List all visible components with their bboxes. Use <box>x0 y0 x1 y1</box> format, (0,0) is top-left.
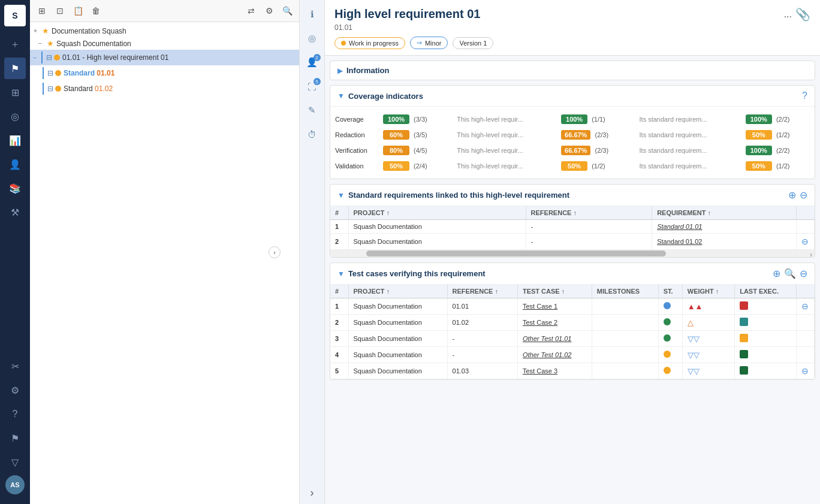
header-left: High level requirement 01 01.01 Work in … <box>334 7 493 49</box>
toolbar-sync-btn[interactable]: ⇄ <box>244 4 258 18</box>
pct-val-coverage-1: (3/3) <box>414 116 427 123</box>
more-actions-btn[interactable]: ... <box>784 9 792 20</box>
tc-action-5[interactable]: ⊖ <box>797 363 815 379</box>
std-req-table-wrapper: # PROJECT ↑ REFERENCE ↑ REQUIREMENT ↑ 1 … <box>330 206 815 257</box>
coverage-desc2: Its standard requirem... <box>635 111 741 127</box>
side-tab-target[interactable]: ◎ <box>303 29 322 48</box>
nav-requirements-icon[interactable]: ⚑ <box>4 58 26 79</box>
std-req-scrollbar[interactable]: › <box>330 250 815 257</box>
test-cases-header[interactable]: ▼ Test cases verifying this requirement … <box>330 263 815 285</box>
toolbar-delete-btn[interactable]: 🗑 <box>89 4 103 18</box>
nav-gear-icon[interactable]: ⚙ <box>4 379 26 401</box>
pct-badge-redaction-2: 66.67% <box>561 130 590 140</box>
tc-case-2[interactable]: Test Case 2 <box>517 315 592 331</box>
nav-users-icon[interactable]: 👤 <box>4 153 26 175</box>
side-collapse-btn[interactable]: › <box>310 487 314 499</box>
tc-remove-btn-1[interactable]: ⊖ <box>801 301 809 311</box>
validation-desc1: This high-level requir... <box>452 158 556 174</box>
attachment-icon[interactable]: 📎 <box>795 7 810 22</box>
toolbar-search-btn[interactable]: 🔍 <box>280 4 294 18</box>
tc-th-project: PROJECT ↑ <box>348 285 447 298</box>
tree-item-doc-squash[interactable]: + ★ Documentation Squash <box>30 25 299 37</box>
nav-dashboard-icon[interactable]: ⊞ <box>4 82 26 103</box>
nav-add-icon[interactable]: ＋ <box>4 34 26 55</box>
nav-tools-icon[interactable]: ⚒ <box>4 201 26 223</box>
side-tab-history[interactable]: ⏱ <box>303 125 322 144</box>
weight-icon-5: ▽▽ <box>688 367 700 376</box>
nav-coverage-icon[interactable]: ◎ <box>4 105 26 127</box>
toolbar-new-doc-btn[interactable]: ⊞ <box>35 4 49 18</box>
nav-scissors-icon[interactable]: ✂ <box>4 355 26 377</box>
tc-action-4 <box>797 347 815 363</box>
information-section-header[interactable]: ▶ Information <box>330 61 815 80</box>
user-avatar[interactable]: AS <box>5 475 25 494</box>
side-tab-info[interactable]: ℹ <box>303 5 322 24</box>
status-badge-minor[interactable]: ⇒ Minor <box>410 37 448 49</box>
tree-line <box>41 52 43 64</box>
tc-th-reference: REFERENCE ↑ <box>447 285 517 298</box>
tc-case-3[interactable]: Other Test 01.01 <box>517 331 592 347</box>
tree-toggle-squash-doc[interactable]: − <box>38 40 47 47</box>
badge-links: 5 <box>313 78 321 85</box>
nav-flag-icon[interactable]: ⚑ <box>4 427 26 449</box>
tc-num-3: 3 <box>330 331 348 347</box>
coverage-section-header[interactable]: ▼ Coverage indicators ? <box>330 86 815 107</box>
tc-milestones-2 <box>592 315 658 331</box>
tc-weight-1: ▲▲ <box>682 298 734 315</box>
std-req-req-2[interactable]: Standard 01.02 <box>652 234 797 250</box>
coverage-pct2-redaction: 66.67% (2/3) <box>556 127 634 143</box>
std-req-action-2[interactable]: ⊖ <box>797 234 815 250</box>
test-cases-search-btn[interactable]: 🔍 <box>784 268 796 279</box>
scroll-right-btn[interactable]: › <box>810 251 812 257</box>
tc-th-weight: WEIGHT ↑ <box>682 285 734 298</box>
std-req-remove-btn[interactable]: ⊖ <box>800 189 807 201</box>
std-requirements-header[interactable]: ▼ Standard requirements linked to this h… <box>330 185 815 206</box>
tc-case-1[interactable]: Test Case 1 <box>517 298 592 315</box>
left-navigation: S ＋ ⚑ ⊞ ◎ 📊 👤 📚 ⚒ ✂ ⚙ ? ⚑ ▽ AS <box>0 0 30 504</box>
main-content: High level requirement 01 01.01 Work in … <box>325 0 820 504</box>
std-req-req-1[interactable]: Standard 01.01 <box>652 220 797 234</box>
tc-case-4[interactable]: Other Test 01.02 <box>517 347 592 363</box>
toolbar-copy-btn[interactable]: ⊡ <box>53 4 67 18</box>
std-req-add-btn[interactable]: ⊕ <box>788 189 796 201</box>
status-badge-wip[interactable]: Work in progress <box>334 37 405 49</box>
std-req-remove-btn-2[interactable]: ⊖ <box>801 237 809 246</box>
nav-library-icon[interactable]: 📚 <box>4 177 26 199</box>
coverage-pct1-redaction: 60% (3/5) <box>378 127 452 143</box>
tree-toggle-doc-squash[interactable]: + <box>34 28 42 34</box>
tc-milestones-5 <box>592 363 658 379</box>
tree-item-req-01-01[interactable]: − ⊟ 01.01 - High level requirement 01 <box>30 50 299 65</box>
nav-reports-icon[interactable]: 📊 <box>4 129 26 151</box>
tree-item-std-01-01[interactable]: ⊟ Standard 01.01 <box>30 65 299 81</box>
nav-help-icon[interactable]: ? <box>4 403 26 425</box>
tree-highlight-01-02: 01.02 <box>95 84 113 93</box>
tc-weight-4: ▽▽ <box>682 347 734 363</box>
page-subtitle: 01.01 <box>334 23 493 32</box>
std-req-section-title: Standard requirements linked to this hig… <box>348 191 569 200</box>
tc-ref-5: 01.03 <box>447 363 517 379</box>
side-tab-links[interactable]: ⛶ 5 <box>303 77 322 96</box>
status-badge-version[interactable]: Version 1 <box>453 37 493 49</box>
tc-st-5 <box>658 363 682 379</box>
std-req-action-1 <box>797 220 815 234</box>
tree-item-std-01-02[interactable]: ⊟ Standard 01.02 <box>30 81 299 96</box>
side-tab-user[interactable]: 👤 2 <box>303 53 322 72</box>
side-tab-notes[interactable]: ✎ <box>303 101 322 120</box>
tree-toggle-req[interactable]: − <box>33 54 37 61</box>
tc-case-5[interactable]: Test Case 3 <box>517 363 592 379</box>
tc-action-1[interactable]: ⊖ <box>797 298 815 315</box>
tree-item-squash-doc[interactable]: − ★ Squash Documentation <box>30 37 299 50</box>
tc-remove-btn-5[interactable]: ⊖ <box>801 366 809 376</box>
nav-filter-icon[interactable]: ▽ <box>4 451 26 473</box>
tc-row-2: 2 Squash Documentation 01.02 Test Case 2… <box>330 315 815 331</box>
coverage-help-icon[interactable]: ? <box>802 90 807 101</box>
toolbar-paste-btn[interactable]: 📋 <box>71 4 85 18</box>
test-cases-add-btn[interactable]: ⊕ <box>773 268 780 279</box>
pct-val-coverage-3: (2/2) <box>776 116 790 123</box>
toolbar-settings-btn[interactable]: ⚙ <box>262 4 276 18</box>
collapse-tree-btn[interactable]: › <box>269 246 281 258</box>
test-cases-remove-btn[interactable]: ⊖ <box>800 268 807 279</box>
wip-dot <box>341 41 346 46</box>
tc-th-milestones: MILESTONES <box>592 285 658 298</box>
redaction-desc1: This high-level requir... <box>452 127 556 143</box>
